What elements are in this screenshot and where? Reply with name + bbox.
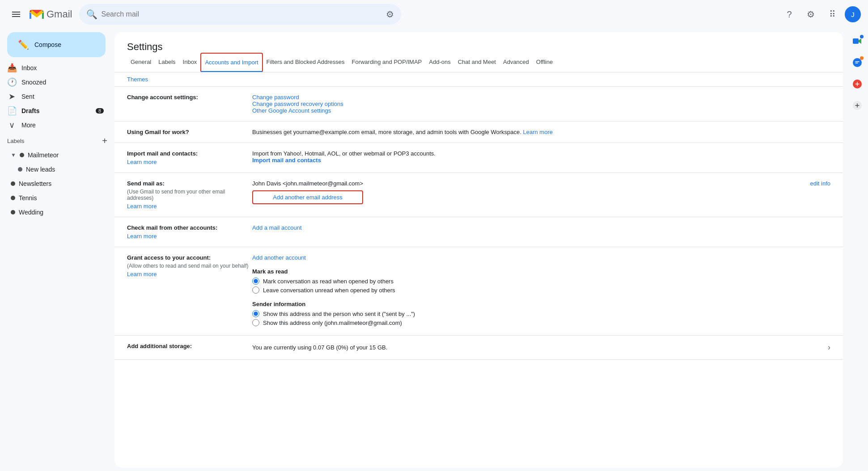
grant-access-learn-more-link[interactable]: Learn more [127,271,157,278]
settings-table: Change account settings: Change password… [114,87,843,360]
radio-show-only: Show this address only (john.mailmeteor@… [252,319,830,326]
change-recovery-link[interactable]: Change password recovery options [252,101,343,107]
add-icon-button[interactable] [848,97,866,114]
row-value: Add another account Mark as read Mark co… [252,254,830,328]
tab-accounts-import[interactable]: Accounts and Import [200,53,263,72]
radio-show-both-label: Show this address and the person who sen… [263,311,415,317]
hamburger-menu-button[interactable] [7,5,25,23]
settings-row-send-mail: Send mail as: (Use Gmail to send from yo… [114,173,843,217]
radio-show-both: Show this address and the person who sen… [252,310,830,317]
sidebar-item-label: Drafts [21,107,90,114]
compose-button[interactable]: ✏️ Compose [7,32,106,57]
label-item-newsletters[interactable]: Newsletters [7,177,104,191]
radio-mark-read: Mark conversation as read when opened by… [252,278,830,285]
help-button[interactable]: ? [780,5,798,23]
row-label: Add additional storage: [127,343,252,349]
settings-row-change-account: Change account settings: Change password… [114,87,843,122]
google-meet-icon-button[interactable] [848,32,866,50]
sidebar-item-snoozed[interactable]: 🕐 Snoozed [0,75,111,89]
logo-area: Gmail [29,6,72,22]
add-icon [852,100,863,111]
add-email-address-button[interactable]: Add another email address [252,190,363,204]
row-value: You are currently using 0.07 GB (0%) of … [252,343,830,352]
compose-label: Compose [34,41,61,48]
apps-button[interactable]: ⠿ [823,5,841,23]
label-item-wedding[interactable]: Wedding [7,205,104,219]
more-icon: ∨ [7,120,16,130]
sidebar-item-label: Inbox [21,64,104,71]
search-bar: 🔍 ⚙ [79,4,401,25]
settings-title: Settings [114,32,843,53]
sender-info-label: Sender information [252,301,830,307]
themes-link[interactable]: Themes [127,76,148,83]
content-area: Settings General Labels Inbox Accounts a… [114,32,843,467]
check-mail-learn-more-link[interactable]: Learn more [127,233,157,240]
top-right-actions: ? ⚙ ⠿ J [780,5,861,23]
user-email-display: John Davis <john.mailmeteor@gmail.com> [252,180,363,187]
tab-labels[interactable]: Labels [155,53,179,72]
tab-advanced[interactable]: Advanced [500,53,533,72]
row-label: Send mail as: (Use Gmail to send from yo… [127,180,252,210]
unknown-icon-button-red[interactable] [848,75,866,93]
sidebar-item-label: Sent [21,93,104,100]
tab-general[interactable]: General [127,53,155,72]
radio-leave-unread: Leave conversation unread when opened by… [252,286,830,294]
change-password-link[interactable]: Change password [252,94,299,101]
edit-info-link[interactable]: edit info [810,180,830,187]
import-learn-more-link[interactable]: Learn more [127,159,157,165]
chevron-right-icon: › [828,343,830,352]
label-item-new-leads[interactable]: New leads [7,162,104,177]
gmail-work-learn-more-link[interactable]: Learn more [523,129,552,135]
label-item-tennis[interactable]: Tennis [7,191,104,205]
sidebar: ✏️ Compose 📥 Inbox 🕐 Snoozed ➤ Sent 📄 Dr… [0,29,114,471]
radio-show-only-label: Show this address only (john.mailmeteor@… [263,320,402,326]
sidebar-item-inbox[interactable]: 📥 Inbox [0,61,111,75]
gmail-work-text: Businesses get yourname@example.com emai… [252,129,521,135]
radio-show-both-input[interactable] [252,310,259,317]
settings-row-grant-access: Grant access to your account: (Allow oth… [114,247,843,336]
import-mail-text: Import from Yahoo!, Hotmail, AOL, or oth… [252,150,830,157]
label-name: Mailmeteor [28,151,59,159]
sidebar-item-label: More [21,122,104,129]
inbox-icon: 📥 [7,63,16,73]
radio-leave-unread-label: Leave conversation unread when opened by… [263,287,395,294]
add-mail-account-link[interactable]: Add a mail account [252,224,302,231]
radio-leave-unread-input[interactable] [252,286,259,294]
labels-header: Labels + [7,136,107,146]
label-color-dot [11,210,15,214]
mark-as-read-label: Mark as read [252,268,830,275]
radio-show-only-input[interactable] [252,319,259,326]
other-google-account-link[interactable]: Other Google Account settings [252,107,331,114]
tab-filters[interactable]: Filters and Blocked Addresses [263,53,348,72]
row-value: Import from Yahoo!, Hotmail, AOL, or oth… [252,150,830,164]
google-chat-icon-button[interactable] [848,54,866,71]
red-icon [852,79,863,89]
settings-row-add-storage: Add additional storage: You are currentl… [114,336,843,360]
sidebar-item-more[interactable]: ∨ More [0,118,111,132]
tab-addons[interactable]: Add-ons [425,53,454,72]
search-input[interactable] [101,10,382,18]
add-label-button[interactable]: + [102,136,107,146]
label-color-dot [11,181,15,186]
row-label: Change account settings: [127,94,252,101]
send-mail-learn-more-link[interactable]: Learn more [127,203,157,210]
tab-forwarding[interactable]: Forwarding and POP/IMAP [348,53,425,72]
avatar[interactable]: J [845,6,861,22]
row-value: Change password Change password recovery… [252,94,830,114]
label-color-dot [11,196,15,200]
row-value: Businesses get yourname@example.com emai… [252,129,830,135]
expand-arrow-icon: ▼ [11,152,16,158]
row-label: Import mail and contacts: Learn more [127,150,252,165]
tab-chat-meet[interactable]: Chat and Meet [454,53,500,72]
label-item-mailmeteor[interactable]: ▼ Mailmeteor [7,148,104,162]
add-another-account-link[interactable]: Add another account [252,254,306,261]
sidebar-item-drafts[interactable]: 📄 Drafts 8 [0,104,111,118]
tab-offline[interactable]: Offline [533,53,556,72]
settings-button[interactable]: ⚙ [802,5,820,23]
radio-mark-read-input[interactable] [252,278,259,285]
tab-inbox[interactable]: Inbox [179,53,201,72]
sidebar-item-sent[interactable]: ➤ Sent [0,89,111,104]
settings-row-import-mail: Import mail and contacts: Learn more Imp… [114,143,843,173]
import-mail-contacts-link[interactable]: Import mail and contacts [252,157,321,164]
filter-icon[interactable]: ⚙ [386,9,394,20]
